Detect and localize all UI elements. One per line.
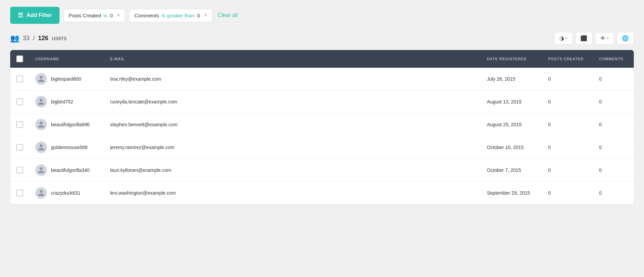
- row-username: goldenmouse588: [51, 145, 87, 150]
- chart-button[interactable]: ◑ ▾: [554, 32, 573, 45]
- row-checkbox-cell: [10, 182, 29, 205]
- chip-value-2: 0: [197, 13, 200, 18]
- col-header-email: E-MAIL: [104, 50, 481, 68]
- table-row[interactable]: crazyduck631 levi.washington@example.com…: [10, 182, 634, 205]
- row-email-cell: levi.washington@example.com: [104, 182, 481, 205]
- chart-chevron-icon: ▾: [565, 36, 567, 40]
- export-icon: ⬛: [580, 35, 587, 42]
- row-comments-cell: 0: [593, 113, 634, 136]
- row-date: August 25, 2015: [487, 122, 522, 127]
- row-date: August 13, 2015: [487, 99, 522, 104]
- table-row[interactable]: goldenmouse588 jeremy.ramirez@example.co…: [10, 136, 634, 159]
- row-username-cell: goldenmouse588: [29, 136, 104, 159]
- chip-operator-2: is greater than: [162, 13, 194, 18]
- avatar: [35, 142, 47, 153]
- row-posts: 0: [548, 167, 551, 173]
- user-avatar-icon: [37, 144, 45, 151]
- row-posts: 0: [548, 122, 551, 127]
- row-checkbox-cell: [10, 113, 29, 136]
- row-posts: 0: [548, 76, 551, 82]
- row-checkbox-5[interactable]: [16, 190, 23, 196]
- user-count: 👥 33 / 126 users: [10, 34, 67, 43]
- filter-icon: ☰: [18, 12, 23, 19]
- row-username-cell: bigbird752: [29, 91, 104, 113]
- row-username: bigbird752: [51, 99, 73, 104]
- row-comments: 0: [599, 122, 602, 127]
- row-date: October 10, 2015: [487, 145, 524, 150]
- row-date: October 7, 2015: [487, 167, 521, 173]
- row-email: lauri.kyllonen@example.com: [110, 167, 171, 173]
- user-avatar-icon: [37, 75, 45, 83]
- row-email: tina.riley@example.com: [110, 76, 161, 82]
- row-email: ruveyda.tencate@example.com: [110, 99, 177, 104]
- row-comments: 0: [599, 167, 602, 173]
- row-checkbox-3[interactable]: [16, 144, 23, 151]
- add-filter-button[interactable]: ☰ Add Filter: [10, 7, 60, 24]
- view-chevron-icon: ▾: [607, 36, 609, 40]
- chip-field-1: Posts Created: [69, 13, 101, 18]
- users-table: USERNAME E-MAIL DATE REGISTERED POSTS CR…: [10, 50, 634, 204]
- row-posts-cell: 0: [542, 136, 593, 159]
- row-posts-cell: 0: [542, 91, 593, 113]
- row-posts: 0: [548, 99, 551, 104]
- row-comments: 0: [599, 99, 602, 104]
- row-username: beautifulgorilla340: [51, 167, 90, 173]
- avatar: [35, 187, 47, 199]
- chip-close-1[interactable]: ×: [117, 13, 120, 18]
- row-checkbox-4[interactable]: [16, 167, 23, 174]
- row-checkbox-cell: [10, 159, 29, 182]
- row-posts-cell: 0: [542, 68, 593, 91]
- row-date-cell: October 10, 2015: [481, 136, 542, 159]
- toolbar-icons: ◑ ▾ ⬛ 👁 ▾ 🌐: [554, 32, 634, 45]
- add-filter-label: Add Filter: [27, 12, 52, 18]
- row-posts: 0: [548, 190, 551, 196]
- filter-chip-posts-created: Posts Created is 0 ×: [64, 9, 125, 22]
- globe-button[interactable]: 🌐: [617, 32, 634, 45]
- row-checkbox-2[interactable]: [16, 121, 23, 128]
- chip-value-1: 0: [110, 13, 113, 18]
- row-posts: 0: [548, 145, 551, 150]
- filter-chip-comments: Comments is greater than 0 ×: [129, 9, 212, 22]
- row-username: beautifulgorilla696: [51, 122, 90, 127]
- eye-icon: 👁: [600, 35, 606, 42]
- col-header-username: USERNAME: [29, 50, 104, 68]
- row-posts-cell: 0: [542, 159, 593, 182]
- select-all-checkbox[interactable]: [16, 55, 23, 62]
- row-checkbox-0[interactable]: [16, 76, 23, 82]
- row-checkbox-cell: [10, 68, 29, 91]
- row-date-cell: August 13, 2015: [481, 91, 542, 113]
- col-header-checkbox: [10, 50, 29, 68]
- count-separator: /: [33, 35, 35, 42]
- row-date-cell: September 29, 2015: [481, 182, 542, 205]
- row-username-cell: bigleopard800: [29, 68, 104, 91]
- stats-row: 👥 33 / 126 users ◑ ▾ ⬛ 👁 ▾ 🌐: [10, 32, 634, 45]
- export-button[interactable]: ⬛: [575, 32, 592, 45]
- row-comments: 0: [599, 190, 602, 196]
- row-username-cell: beautifulgorilla340: [29, 159, 104, 182]
- table-row[interactable]: beautifulgorilla696 stephen.bennett@exam…: [10, 113, 634, 136]
- avatar: [35, 96, 47, 108]
- row-username-cell: crazyduck631: [29, 182, 104, 205]
- row-email-cell: ruveyda.tencate@example.com: [104, 91, 481, 113]
- row-comments-cell: 0: [593, 159, 634, 182]
- table-row[interactable]: beautifulgorilla340 lauri.kyllonen@examp…: [10, 159, 634, 182]
- view-button[interactable]: 👁 ▾: [595, 32, 614, 45]
- row-username-cell: beautifulgorilla696: [29, 113, 104, 136]
- globe-icon: 🌐: [622, 35, 629, 42]
- row-posts-cell: 0: [542, 113, 593, 136]
- table-row[interactable]: bigbird752 ruveyda.tencate@example.com A…: [10, 91, 634, 113]
- row-date-cell: October 7, 2015: [481, 159, 542, 182]
- row-comments-cell: 0: [593, 136, 634, 159]
- table-row[interactable]: bigleopard800 tina.riley@example.com Jul…: [10, 68, 634, 91]
- chip-field-2: Comments: [134, 13, 159, 18]
- row-checkbox-1[interactable]: [16, 98, 23, 105]
- row-email-cell: stephen.bennett@example.com: [104, 113, 481, 136]
- chip-close-2[interactable]: ×: [204, 13, 207, 18]
- row-email: levi.washington@example.com: [110, 190, 176, 196]
- row-checkbox-cell: [10, 136, 29, 159]
- user-avatar-icon: [37, 189, 45, 197]
- pie-chart-icon: ◑: [559, 35, 564, 42]
- row-date: July 26, 2015: [487, 76, 515, 82]
- count-current: 33: [23, 35, 30, 42]
- clear-all-button[interactable]: Clear all: [216, 9, 239, 22]
